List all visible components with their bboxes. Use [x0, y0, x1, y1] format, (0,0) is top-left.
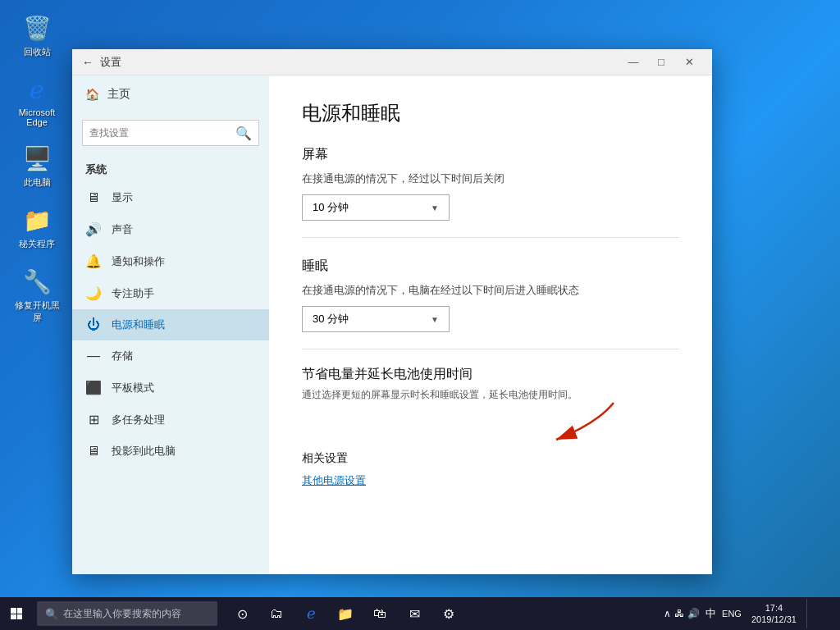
sound-icon: 🔊 [85, 221, 102, 237]
keyboard-icon: ENG [722, 609, 742, 619]
other-power-settings-link[interactable]: 其他电源设置 [302, 473, 366, 488]
clock-date: 2019/12/31 [751, 614, 797, 625]
sidebar-item-storage[interactable]: — 存储 [72, 340, 269, 372]
related-section: 相关设置 其他电源设置 [302, 451, 679, 488]
maximize-button[interactable]: □ [648, 49, 674, 75]
sidebar-item-display[interactable]: 🖥 显示 [72, 182, 269, 213]
taskbar-clock[interactable]: 17:4 2019/12/31 [745, 602, 803, 626]
tablet-mode-icon: ⬛ [85, 380, 102, 395]
taskbar: 🔍 在这里输入你要搜索的内容 ⊙ 🗂 ℯ 📁 🛍 ✉ ⚙ ∧ 🖧 🔊 中 ENG… [0, 597, 840, 630]
desktop-icon-fix-black-screen[interactable]: 🔧 修复开机黑屏 [8, 262, 66, 327]
sidebar-item-notifications[interactable]: 🔔 通知和操作 [72, 245, 269, 277]
start-button[interactable] [0, 597, 33, 630]
storage-label: 存储 [112, 349, 133, 363]
taskbar-center-icons: ⊙ 🗂 ℯ 📁 🛍 ✉ ⚙ [226, 597, 465, 630]
file-explorer-button[interactable]: 🗂 [260, 597, 293, 630]
desktop-icons-container: 🗑️ 回收站 ℯ Microsoft Edge 🖥️ 此电脑 📁 秘关程序 🔧 … [8, 8, 66, 327]
sidebar-section-title: 系统 [72, 153, 269, 182]
desktop-icon-edge[interactable]: ℯ Microsoft Edge [8, 70, 66, 130]
sidebar-item-multitasking[interactable]: ⊞ 多任务处理 [72, 404, 269, 436]
sleep-dropdown-arrow: ▼ [431, 315, 439, 324]
notifications-icon: 🔔 [85, 253, 102, 269]
page-title: 电源和睡眠 [302, 100, 679, 126]
sidebar-item-focus-assist[interactable]: 🌙 专注助手 [72, 277, 269, 309]
tablet-mode-label: 平板模式 [112, 381, 154, 395]
titlebar-nav: ← 设置 [82, 55, 620, 70]
minimize-button[interactable]: — [620, 49, 646, 75]
desktop-icon-recycle-bin[interactable]: 🗑️ 回收站 [8, 8, 66, 62]
tray-chevron[interactable]: ∧ [664, 608, 671, 619]
this-pc-label: 此电脑 [24, 176, 51, 189]
volume-icon: 🔊 [687, 608, 700, 619]
sidebar-item-sound[interactable]: 🔊 声音 [72, 213, 269, 245]
window-title: 设置 [100, 55, 121, 70]
ime-indicator[interactable]: 中 [703, 606, 719, 621]
taskbar-search-box[interactable]: 🔍 在这里输入你要搜索的内容 [37, 601, 217, 626]
storage-icon: — [85, 349, 102, 363]
notifications-label: 通知和操作 [112, 254, 165, 269]
close-button[interactable]: ✕ [676, 49, 702, 75]
project-label: 投影到此电脑 [112, 444, 176, 459]
sidebar-item-tablet-mode[interactable]: ⬛ 平板模式 [72, 372, 269, 404]
titlebar-controls: — □ ✕ [620, 49, 702, 75]
project-icon: 🖥 [85, 444, 102, 459]
home-icon: 🏠 [85, 88, 99, 101]
sidebar-search-box[interactable]: 🔍 [82, 120, 259, 146]
recycle-bin-icon: 🗑️ [21, 11, 53, 44]
display-icon: 🖥 [85, 190, 102, 205]
search-icon: 🔍 [235, 126, 252, 141]
screen-timeout-dropdown[interactable]: 10 分钟 ▼ [302, 194, 450, 221]
show-desktop-button[interactable] [806, 599, 836, 628]
sidebar-item-power-sleep[interactable]: ⏻ 电源和睡眠 [72, 309, 269, 340]
related-heading: 相关设置 [302, 451, 679, 466]
divider-1 [302, 237, 679, 238]
desktop-icon-secret-program[interactable]: 📁 秘关程序 [8, 200, 66, 253]
divider-2 [302, 349, 679, 349]
desktop-icon-this-pc[interactable]: 🖥️ 此电脑 [8, 139, 66, 192]
window-body: 🏠 主页 🔍 系统 🖥 显示 🔊 声音 🔔 通 [72, 75, 712, 574]
edge-taskbar-button[interactable]: ℯ [294, 597, 327, 630]
fix-black-screen-icon: 🔧 [21, 265, 53, 298]
edge-icon: ℯ [21, 73, 53, 106]
screen-timeout-value: 10 分钟 [313, 200, 349, 215]
system-tray: ∧ 🖧 🔊 中 ENG [664, 606, 742, 621]
sound-label: 声音 [112, 222, 133, 237]
red-arrow-svg [532, 399, 630, 448]
sidebar-search-input[interactable] [89, 127, 235, 139]
screen-dropdown-arrow: ▼ [431, 203, 439, 212]
secret-program-label: 秘关程序 [19, 238, 55, 250]
network-icon: 🖧 [674, 608, 684, 619]
folder-taskbar-button[interactable]: 📁 [329, 597, 362, 630]
sleep-timeout-dropdown[interactable]: 30 分钟 ▼ [302, 306, 450, 332]
edge-label: Microsoft Edge [11, 107, 62, 127]
sidebar-item-project[interactable]: 🖥 投影到此电脑 [72, 436, 269, 467]
fix-black-screen-label: 修复开机黑屏 [11, 299, 62, 324]
titlebar: ← 设置 — □ ✕ [72, 49, 712, 75]
recycle-bin-label: 回收站 [24, 46, 51, 58]
display-label: 显示 [112, 190, 133, 205]
battery-heading: 节省电量并延长电池使用时间 [302, 366, 679, 383]
screen-heading: 屏幕 [302, 146, 679, 163]
sleep-heading: 睡眠 [302, 258, 679, 275]
desktop: 🗑️ 回收站 ℯ Microsoft Edge 🖥️ 此电脑 📁 秘关程序 🔧 … [0, 0, 840, 630]
arrow-container [302, 415, 679, 431]
task-view-button[interactable]: ⊙ [226, 597, 258, 630]
power-sleep-label: 电源和睡眠 [112, 317, 165, 332]
multitasking-icon: ⊞ [85, 412, 102, 427]
taskbar-search-placeholder: 在这里输入你要搜索的内容 [63, 607, 181, 621]
power-sleep-icon: ⏻ [85, 317, 102, 332]
this-pc-icon: 🖥️ [21, 142, 53, 175]
focus-assist-icon: 🌙 [85, 285, 102, 301]
back-button[interactable]: ← [82, 56, 94, 69]
settings-taskbar-button[interactable]: ⚙ [432, 597, 465, 630]
sidebar-home-item[interactable]: 🏠 主页 [72, 75, 269, 113]
taskbar-search-icon: 🔍 [45, 608, 58, 620]
windows-logo [11, 608, 22, 619]
multitasking-label: 多任务处理 [112, 413, 165, 427]
sleep-desc: 在接通电源的情况下，电脑在经过以下时间后进入睡眠状态 [302, 283, 679, 298]
store-button[interactable]: 🛍 [363, 597, 396, 630]
clock-time: 17:4 [765, 602, 783, 614]
mail-button[interactable]: ✉ [398, 597, 431, 630]
sleep-timeout-value: 30 分钟 [313, 312, 349, 326]
screen-desc: 在接通电源的情况下，经过以下时间后关闭 [302, 171, 679, 186]
